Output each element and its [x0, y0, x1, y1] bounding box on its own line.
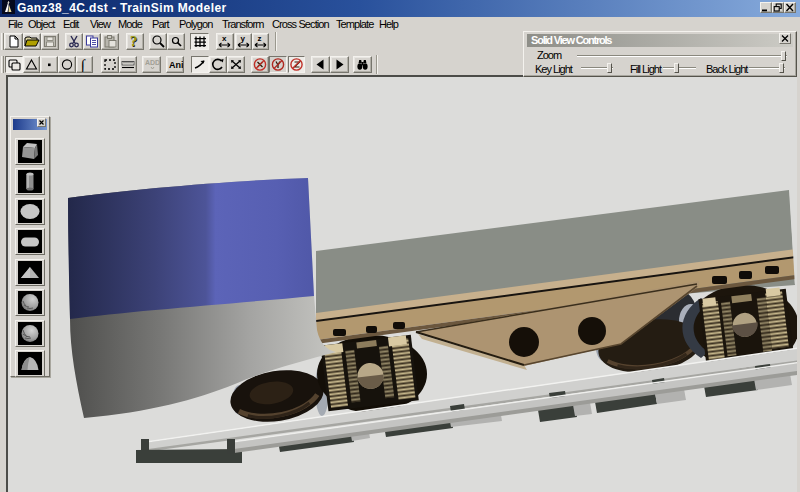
svg-text:Ani: Ani	[169, 60, 183, 70]
svg-text:z: z	[258, 34, 262, 43]
svg-text:x: x	[222, 34, 227, 43]
svg-text:y: y	[241, 34, 246, 43]
svg-text:?: ?	[130, 34, 138, 49]
svg-text:ADD: ADD	[145, 59, 160, 66]
svg-text:∫: ∫	[80, 57, 87, 72]
